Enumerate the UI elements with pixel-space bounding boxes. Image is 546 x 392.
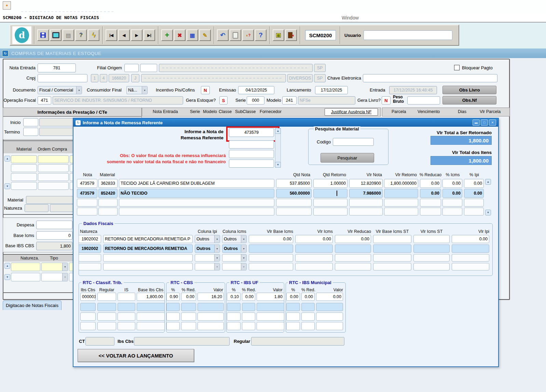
rtc-cell[interactable]: 0.90: [166, 293, 180, 301]
items-cell-selected[interactable]: NÃO TECIDO: [119, 189, 274, 198]
items-cell[interactable]: [98, 208, 118, 215]
rtc-cell-selected[interactable]: [301, 303, 315, 311]
grid-edit-button[interactable]: ▦: [187, 29, 198, 41]
pesquisar-button[interactable]: Pesquisar: [320, 153, 374, 163]
rtc-cell[interactable]: 0.00: [242, 293, 255, 301]
app-icon[interactable]: ✦: [3, 1, 11, 10]
df-cell[interactable]: 0.00: [295, 235, 333, 243]
rtc-cell[interactable]: [166, 322, 180, 330]
peso-bruto-input[interactable]: [407, 96, 440, 104]
rtc-cell-selected[interactable]: [197, 303, 224, 311]
items-cell[interactable]: [119, 208, 274, 215]
rtc-cell[interactable]: [181, 322, 196, 330]
df-coluna-icms-select[interactable]: Outros▼: [222, 244, 247, 253]
items-cell-selected[interactable]: 0.00: [464, 189, 484, 198]
rtc-cell[interactable]: [80, 322, 96, 330]
items-cell[interactable]: 537.85000: [276, 179, 312, 188]
filial-origem-input2[interactable]: [140, 64, 157, 72]
rtc-cell[interactable]: [118, 322, 135, 330]
remessa-nota-input4[interactable]: [229, 159, 274, 168]
df-coluna-icms-select[interactable]: Outros▼: [222, 235, 247, 243]
first-record-button[interactable]: |◀: [106, 29, 117, 41]
codigo-input[interactable]: [333, 138, 374, 146]
maximize-button[interactable]: □: [481, 120, 488, 126]
filial-origem-input1[interactable]: [124, 64, 139, 72]
df-cell[interactable]: [335, 263, 371, 270]
items-cell[interactable]: [98, 199, 118, 207]
rtc-cell[interactable]: [286, 312, 300, 321]
items-cell[interactable]: [384, 199, 418, 207]
remessa-scroll-down[interactable]: ▼: [275, 162, 281, 168]
df-cell-selected[interactable]: [413, 244, 450, 253]
df-cell-selected[interactable]: [249, 244, 293, 253]
gera-estoque-flag[interactable]: S: [219, 96, 228, 104]
close-button[interactable]: ✕: [489, 120, 496, 126]
df-cell[interactable]: [373, 235, 411, 243]
undo-button[interactable]: ↶: [217, 29, 229, 41]
rtc-cell[interactable]: 0.00: [286, 293, 300, 301]
grid-cell[interactable]: [38, 155, 69, 163]
gera-livro-flag[interactable]: N: [382, 96, 391, 104]
items-cell-selected[interactable]: [384, 189, 418, 198]
rtc-cell-selected[interactable]: [286, 303, 300, 311]
df-cell[interactable]: [373, 254, 411, 262]
grid1-scroll-up[interactable]: ▲: [4, 156, 10, 162]
rtc-cell[interactable]: 0.10: [227, 293, 241, 301]
rtc-cell[interactable]: [301, 312, 315, 321]
cnpj-input[interactable]: [38, 74, 87, 82]
items-cell[interactable]: [313, 199, 347, 207]
menu-grid-button[interactable]: ▦: [273, 29, 284, 41]
nota-entrada-input[interactable]: 781: [38, 64, 76, 72]
next-record-button[interactable]: ▶: [131, 29, 142, 41]
items-cell[interactable]: 0.00: [420, 179, 441, 188]
df-cell-selected[interactable]: [373, 244, 411, 253]
items-cell-selected[interactable]: 0.00: [420, 189, 441, 198]
df-cell[interactable]: [295, 254, 333, 262]
rtc-cell[interactable]: [197, 312, 224, 321]
documento-select[interactable]: Fiscal / Comercial▼: [38, 86, 82, 94]
rtc-cell[interactable]: [97, 312, 116, 321]
items-cell[interactable]: 0.00: [442, 179, 462, 188]
rtc-cell-selected[interactable]: [118, 303, 135, 311]
rtc-cell[interactable]: [137, 312, 165, 321]
rtc-cell-selected[interactable]: [166, 303, 180, 311]
items-cell[interactable]: 362833: [98, 179, 118, 188]
rtc-cell[interactable]: [316, 312, 343, 321]
rtc-cell-selected[interactable]: [316, 303, 343, 311]
rtc-cell-selected[interactable]: [181, 303, 196, 311]
exit-button[interactable]: ◄: [285, 29, 297, 41]
chave-input[interactable]: [363, 74, 497, 82]
last-record-button[interactable]: ▶|: [144, 29, 155, 41]
add-button[interactable]: +: [161, 29, 173, 41]
grid-dropdown-cell[interactable]: ▼: [41, 263, 68, 271]
obs-nf-button[interactable]: Obs.Nf: [442, 96, 496, 104]
df-coluna-icms-select[interactable]: ▼: [222, 254, 247, 262]
rtc-cell[interactable]: [316, 322, 343, 330]
rtc-cell[interactable]: [257, 312, 284, 321]
df-coluna-ipi-select[interactable]: Outros▼: [195, 244, 220, 253]
df-cell[interactable]: [413, 254, 450, 262]
df-cell[interactable]: [335, 254, 371, 262]
df-coluna-ipi-select[interactable]: Outros▼: [195, 235, 220, 243]
grid-cell[interactable]: [38, 182, 69, 190]
df-cell[interactable]: [413, 235, 450, 243]
obs-livro-button[interactable]: Obs Livro: [442, 86, 496, 94]
df-cell-selected[interactable]: 1902002: [79, 244, 101, 253]
serie-input[interactable]: 000: [247, 96, 264, 104]
items-scroll-down[interactable]: ▼: [485, 210, 491, 215]
rtc-cell[interactable]: [80, 312, 96, 321]
df-cell-selected[interactable]: [335, 244, 371, 253]
remessa-nota-input2[interactable]: [229, 140, 274, 149]
rtc-cell-selected[interactable]: [257, 303, 284, 311]
rtc-cell[interactable]: [97, 293, 116, 301]
rtc-cell[interactable]: 1.80: [257, 293, 284, 301]
base-icms-input[interactable]: 0: [36, 231, 72, 240]
screen-button[interactable]: [50, 29, 62, 41]
grid-cell[interactable]: [11, 182, 37, 190]
items-cell[interactable]: [349, 199, 383, 207]
df-cell-selected[interactable]: RETORNO DE MERCADORIA REMETIDA: [103, 244, 193, 253]
rtc-cell[interactable]: [242, 322, 255, 330]
df-cell[interactable]: [452, 263, 489, 270]
df-cell-selected[interactable]: [295, 244, 333, 253]
grid-cell[interactable]: [11, 263, 40, 271]
